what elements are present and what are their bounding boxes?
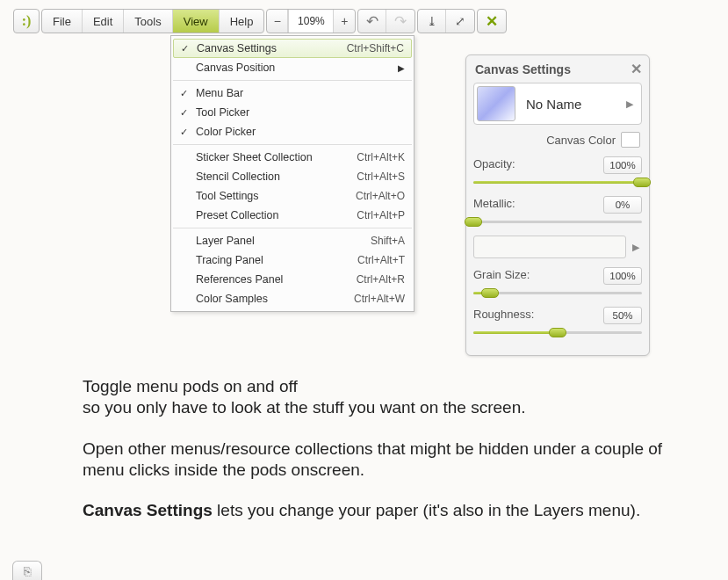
menu-view[interactable]: View: [173, 10, 220, 33]
redo-button: ↷: [386, 10, 414, 33]
menu-shortcut: Ctrl+Alt+P: [357, 209, 405, 221]
param-slider[interactable]: [473, 287, 642, 298]
menu-separator: [173, 228, 412, 228]
menu-item-label: Menu Bar: [192, 87, 405, 99]
param-value[interactable]: 100%: [603, 267, 642, 285]
texture-row: ▶: [473, 236, 642, 258]
canvas-preset-name: No Name: [523, 97, 614, 112]
menu-file[interactable]: File: [42, 10, 83, 33]
slider-thumb[interactable]: [633, 178, 651, 187]
chevron-right-icon: ▶: [393, 63, 405, 73]
pod-title: Canvas Settings: [475, 62, 571, 76]
zoom-group: − 109% +: [266, 9, 356, 33]
menu-item-canvas-settings[interactable]: ✓Canvas SettingsCtrl+Shift+C: [173, 39, 412, 58]
menu-item-menu-bar[interactable]: ✓Menu Bar: [171, 83, 414, 103]
menu-item-preset-collection[interactable]: Preset CollectionCtrl+Alt+P: [171, 206, 414, 225]
menu-item-layer-panel[interactable]: Layer PanelShift+A: [171, 231, 414, 250]
menu-separator: [173, 80, 412, 81]
toolbar: :) FileEditToolsViewHelp − 109% + ↶ ↷ ⤓ …: [13, 9, 715, 33]
menu-shortcut: Ctrl+Alt+R: [357, 273, 405, 286]
history-group: ↶ ↷: [357, 9, 415, 33]
menu-item-label: Canvas Position: [192, 62, 393, 74]
param-value[interactable]: 0%: [603, 196, 642, 214]
menu-item-label: References Panel: [192, 273, 357, 286]
menu-shortcut: Ctrl+Alt+K: [357, 151, 405, 163]
menu-item-label: Canvas Settings: [193, 42, 347, 54]
menu-item-references-panel[interactable]: References PanelCtrl+Alt+R: [171, 270, 414, 289]
undo-button[interactable]: ↶: [358, 10, 386, 33]
import-button[interactable]: ⤓: [418, 10, 446, 33]
menu-item-color-picker[interactable]: ✓Color Picker: [171, 122, 414, 141]
menu-shortcut: Ctrl+Shift+C: [347, 42, 404, 54]
check-icon: ✓: [175, 88, 192, 99]
canvas-preset-row[interactable]: No Name ▶: [473, 83, 642, 125]
param-label: Roughness:: [473, 308, 534, 321]
check-icon: ✓: [175, 127, 192, 138]
menu-item-color-samples[interactable]: Color SamplesCtrl+Alt+W: [171, 289, 414, 308]
copy-p3-rest: lets you change your paper (it's also in…: [213, 501, 640, 519]
menu-item-canvas-position[interactable]: Canvas Position▶: [171, 58, 414, 77]
menu-separator: [173, 144, 412, 145]
param-label: Opacity:: [473, 157, 515, 170]
param-metallic: Metallic:0%: [473, 196, 642, 227]
menu-item-label: Tool Settings: [192, 190, 356, 202]
zoom-in-button[interactable]: +: [334, 10, 355, 33]
menu-item-tracing-panel[interactable]: Tracing PanelCtrl+Alt+T: [171, 250, 414, 270]
slider-thumb[interactable]: [549, 328, 566, 337]
param-label: Metallic:: [473, 197, 515, 210]
chevron-right-icon[interactable]: ▶: [621, 98, 638, 110]
close-group: ✕: [477, 9, 507, 33]
menu-item-stencil-collection[interactable]: Stencil CollectionCtrl+Alt+S: [171, 167, 414, 186]
menu-shortcut: Shift+A: [371, 235, 405, 247]
param-slider[interactable]: [473, 327, 642, 337]
slider-thumb[interactable]: [481, 288, 499, 298]
menu-item-label: Preset Collection: [192, 209, 357, 221]
canvas-color-chip[interactable]: [621, 132, 640, 148]
texture-preview[interactable]: [473, 236, 626, 258]
zoom-out-button[interactable]: −: [267, 10, 288, 33]
copy-p2: Open other menus/resource collections th…: [83, 439, 702, 482]
description-text: Toggle menu pods on and offso you only h…: [83, 376, 702, 541]
param-label: Grain Size:: [473, 268, 530, 281]
canvas-color-label: Canvas Color: [546, 134, 616, 147]
param-roughness: Roughness:50%: [473, 307, 642, 337]
param-grainsize: Grain Size:100%: [473, 267, 642, 298]
check-icon: ✓: [176, 43, 193, 54]
param-value[interactable]: 50%: [603, 307, 642, 324]
menu-item-sticker-sheet-collection[interactable]: Sticker Sheet CollectionCtrl+Alt+K: [171, 148, 414, 167]
logo-group: :): [13, 9, 40, 33]
fullscreen-button[interactable]: ⤢: [446, 10, 474, 33]
copy-p3: Canvas Settings lets you change your pap…: [83, 500, 702, 521]
param-value[interactable]: 100%: [603, 156, 642, 174]
menu-tools[interactable]: Tools: [124, 10, 172, 33]
menu-item-label: Tool Picker: [192, 106, 405, 119]
menu-item-tool-settings[interactable]: Tool SettingsCtrl+Alt+O: [171, 186, 414, 206]
menu-edit[interactable]: Edit: [83, 10, 124, 33]
menu-item-label: Stencil Collection: [192, 170, 357, 183]
copy-p3-bold: Canvas Settings: [83, 501, 213, 519]
param-slider[interactable]: [473, 216, 642, 227]
menu-item-label: Tracing Panel: [192, 254, 357, 266]
close-button[interactable]: ✕: [478, 10, 506, 33]
slider-thumb[interactable]: [465, 217, 482, 227]
menu-shortcut: Ctrl+Alt+T: [357, 254, 405, 266]
param-opacity: Opacity:100%: [473, 156, 642, 187]
menu-item-label: Layer Panel: [192, 235, 371, 247]
close-icon[interactable]: ✕: [631, 61, 642, 77]
menu-help[interactable]: Help: [220, 10, 264, 33]
menu-item-label: Sticker Sheet Collection: [192, 151, 357, 163]
app-logo: :): [14, 10, 39, 33]
param-slider[interactable]: [473, 177, 642, 187]
chevron-right-icon[interactable]: ▶: [630, 242, 642, 253]
menu-shortcut: Ctrl+Alt+O: [356, 190, 405, 202]
copy-p1: Toggle menu pods on and offso you only h…: [83, 376, 702, 419]
menu-item-tool-picker[interactable]: ✓Tool Picker: [171, 103, 414, 122]
footer-tab[interactable]: ⎘: [12, 561, 42, 580]
menu-item-label: Color Samples: [192, 293, 354, 305]
view-menu-dropdown[interactable]: ✓Canvas SettingsCtrl+Shift+CCanvas Posit…: [170, 35, 414, 312]
menu-item-label: Color Picker: [192, 126, 405, 138]
foot-icon: ⎘: [24, 564, 31, 578]
zoom-value[interactable]: 109%: [288, 10, 334, 33]
menu-shortcut: Ctrl+Alt+S: [357, 170, 405, 183]
check-icon: ✓: [175, 107, 192, 119]
